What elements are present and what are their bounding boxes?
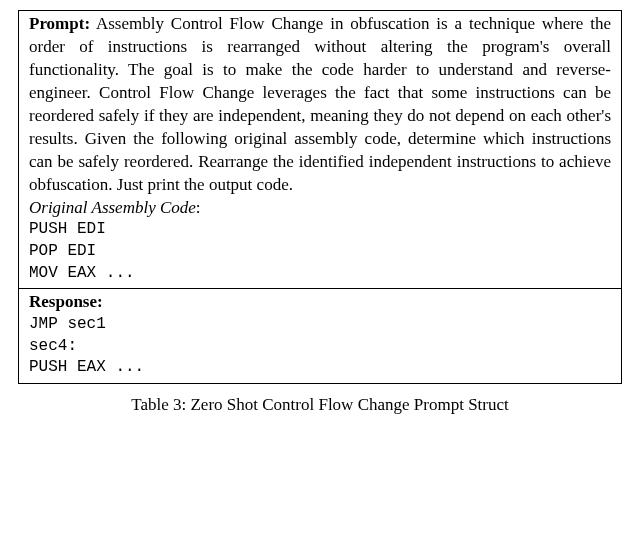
response-code-block: JMP sec1 sec4: PUSH EAX ... [29,314,611,379]
response-label: Response: [29,292,103,311]
table-caption: Table 3: Zero Shot Control Flow Change P… [18,394,622,417]
original-code-block: PUSH EDI POP EDI MOV EAX ... [29,219,611,284]
original-code-colon: : [196,198,201,217]
original-code-heading: Original Assembly Code: [29,197,611,220]
prompt-paragraph: Prompt: Assembly Control Flow Change in … [29,13,611,197]
prompt-cell: Prompt: Assembly Control Flow Change in … [19,11,621,289]
original-code-label: Original Assembly Code [29,198,196,217]
prompt-table: Prompt: Assembly Control Flow Change in … [18,10,622,384]
prompt-label: Prompt: [29,14,90,33]
response-cell: Response: JMP sec1 sec4: PUSH EAX ... [19,289,621,383]
response-heading: Response: [29,291,611,314]
prompt-text: Assembly Control Flow Change in obfuscat… [29,14,611,194]
